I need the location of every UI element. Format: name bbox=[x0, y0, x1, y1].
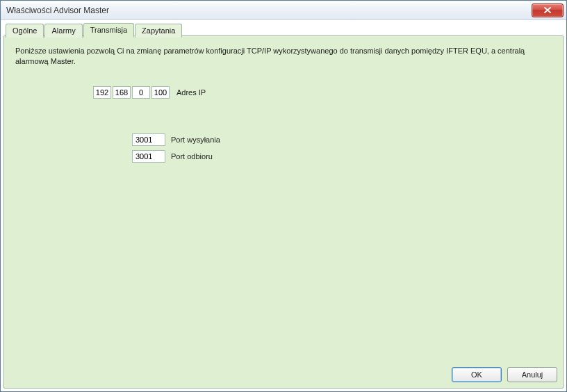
ip-octet-3[interactable] bbox=[132, 86, 150, 99]
tab-content-transmisja: Poniższe ustawienia pozwolą Ci na zmianę… bbox=[4, 36, 563, 177]
port-send-input[interactable] bbox=[132, 133, 165, 146]
window-title: Właściwości Advisor Master bbox=[6, 6, 532, 15]
ip-label: Adres IP bbox=[176, 88, 206, 97]
close-button[interactable] bbox=[532, 3, 564, 17]
ip-octet-4[interactable] bbox=[151, 86, 170, 99]
port-recv-label: Port odbioru bbox=[171, 152, 213, 161]
titlebar: Właściwości Advisor Master bbox=[1, 1, 566, 20]
tab-ogolne[interactable]: Ogólne bbox=[6, 24, 44, 38]
tab-pane: Ogólne Alarmy Transmisja Zapytania Poniż… bbox=[3, 35, 564, 389]
tab-transmisja[interactable]: Transmisja bbox=[83, 23, 134, 38]
dialog-footer: OK Anuluj bbox=[4, 364, 563, 388]
port-recv-input[interactable] bbox=[132, 150, 165, 163]
tab-zapytania[interactable]: Zapytania bbox=[135, 24, 182, 38]
cancel-button[interactable]: Anuluj bbox=[507, 367, 557, 382]
port-recv-row: Port odbioru bbox=[132, 150, 552, 163]
ip-octet-2[interactable] bbox=[113, 86, 131, 99]
description-text: Poniższe ustawienia pozwolą Ci na zmianę… bbox=[15, 46, 543, 67]
port-send-label: Port wysyłania bbox=[171, 136, 220, 144]
tab-strip: Ogólne Alarmy Transmisja Zapytania bbox=[6, 23, 183, 37]
close-icon bbox=[544, 7, 551, 13]
ip-row: Adres IP bbox=[93, 86, 552, 99]
dialog-window: Właściwości Advisor Master Ogólne Alarmy… bbox=[0, 0, 567, 392]
port-send-row: Port wysyłania bbox=[132, 133, 552, 146]
body-area: Ogólne Alarmy Transmisja Zapytania Poniż… bbox=[1, 20, 566, 391]
ip-octet-1[interactable] bbox=[93, 86, 111, 99]
ok-button[interactable]: OK bbox=[452, 367, 502, 382]
tab-alarmy[interactable]: Alarmy bbox=[44, 24, 82, 38]
